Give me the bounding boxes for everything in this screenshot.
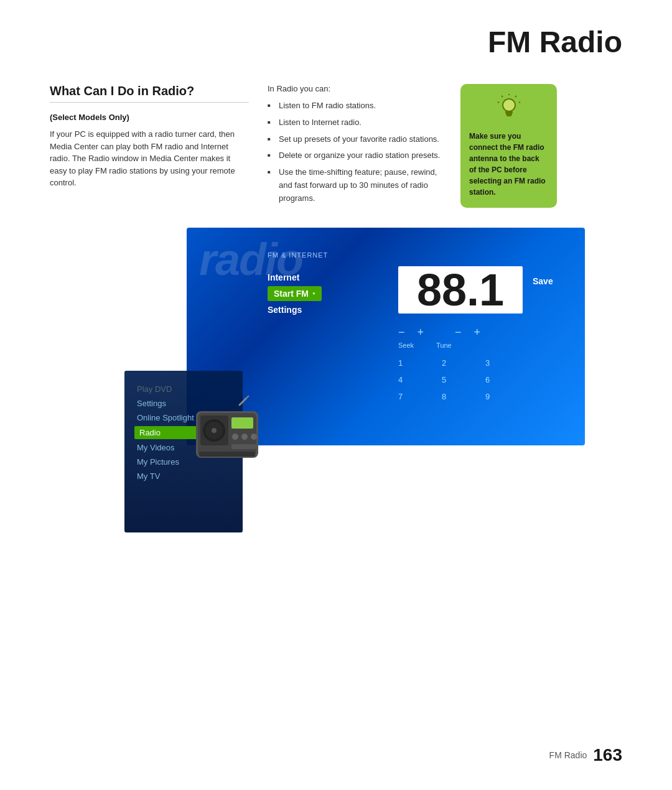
bullet-item-5: Use the time-shifting feature; pause, re… — [268, 166, 442, 205]
svg-line-11 — [246, 396, 249, 399]
lightbulb-icon — [469, 94, 548, 126]
mc-header-label: FM & INTERNET — [268, 251, 328, 259]
sidebar-item-playdvd[interactable]: Play DVD — [134, 383, 233, 395]
mc-num-6[interactable]: 6 — [485, 375, 516, 384]
svg-line-2 — [502, 96, 503, 97]
tune-plus-button[interactable]: + — [474, 326, 481, 339]
svg-point-21 — [251, 434, 257, 440]
tune-label: Tune — [436, 342, 452, 349]
mc-frequency-display: 88.1 — [398, 266, 523, 314]
svg-rect-8 — [506, 113, 512, 115]
mc-controls-row: − + − + — [398, 326, 480, 339]
svg-rect-18 — [231, 417, 253, 429]
svg-rect-22 — [231, 444, 256, 449]
footer-page-number: 163 — [593, 745, 622, 765]
main-content: What Can I Do in Radio? (Select Models O… — [0, 72, 672, 209]
bullet-item-1: Listen to FM radio stations. — [268, 100, 442, 113]
bullet-list: Listen to FM radio stations. Listen to I… — [268, 100, 442, 205]
mc-num-2[interactable]: 2 — [442, 358, 473, 368]
page-footer: FM Radio 163 — [0, 745, 672, 765]
tip-box: Make sure you connect the FM radio anten… — [460, 84, 557, 208]
mc-menu: Internet Start FM Settings — [268, 271, 322, 316]
svg-rect-9 — [506, 115, 511, 116]
mc-num-8[interactable]: 8 — [442, 392, 473, 401]
svg-line-4 — [498, 102, 499, 103]
mc-num-3[interactable]: 3 — [485, 358, 516, 368]
divider — [50, 102, 249, 103]
mc-controls: − + − + Seek Tune — [398, 326, 480, 349]
mc-num-1[interactable]: 1 — [398, 358, 429, 368]
mc-save-button[interactable]: Save — [533, 276, 553, 286]
svg-line-1 — [515, 96, 516, 97]
seek-label: Seek — [398, 342, 414, 349]
footer-label: FM Radio — [549, 750, 587, 760]
svg-rect-23 — [199, 452, 255, 457]
bullet-item-2: Listen to Internet radio. — [268, 116, 442, 129]
svg-point-6 — [503, 100, 515, 111]
svg-point-17 — [212, 428, 217, 433]
svg-rect-7 — [505, 111, 513, 113]
mc-num-9[interactable]: 9 — [485, 392, 516, 401]
section-subtitle: (Select Models Only) — [50, 113, 249, 122]
radio-image — [187, 396, 268, 476]
tune-minus-button[interactable]: − — [455, 326, 462, 339]
mc-menu-startfm[interactable]: Start FM — [268, 286, 322, 301]
page-title-area: FM Radio — [0, 0, 672, 72]
mc-num-7[interactable]: 7 — [398, 392, 429, 401]
section-title: What Can I Do in Radio? — [50, 84, 249, 98]
middle-column: In Radio you can: Listen to FM radio sta… — [268, 84, 442, 209]
left-column: What Can I Do in Radio? (Select Models O… — [50, 84, 249, 209]
mc-menu-settings[interactable]: Settings — [268, 304, 322, 316]
mc-num-5[interactable]: 5 — [442, 375, 473, 384]
mc-num-4[interactable]: 4 — [398, 375, 429, 384]
bullet-item-3: Set up presets of your favorite radio st… — [268, 133, 442, 146]
svg-line-3 — [519, 102, 520, 103]
mc-menu-internet[interactable]: Internet — [268, 271, 322, 284]
mc-number-grid: 1 2 3 4 5 6 7 8 9 — [398, 358, 516, 401]
mc-controls-labels: Seek Tune — [398, 342, 480, 349]
page-title: FM Radio — [0, 25, 622, 59]
intro-label: In Radio you can: — [268, 84, 442, 93]
svg-line-10 — [240, 399, 246, 405]
body-text: If your PC is equipped with a radio turn… — [50, 128, 249, 189]
svg-point-19 — [232, 434, 238, 440]
right-column: Make sure you connect the FM radio anten… — [460, 84, 560, 209]
svg-point-20 — [241, 434, 248, 440]
seek-minus-button[interactable]: − — [398, 326, 405, 339]
bullet-item-4: Delete or organize your radio station pr… — [268, 149, 442, 162]
screenshot-area: radio FM & INTERNET Internet Start FM Se… — [124, 228, 585, 489]
seek-plus-button[interactable]: + — [418, 326, 424, 339]
tip-box-text: Make sure you connect the FM radio anten… — [469, 131, 548, 198]
